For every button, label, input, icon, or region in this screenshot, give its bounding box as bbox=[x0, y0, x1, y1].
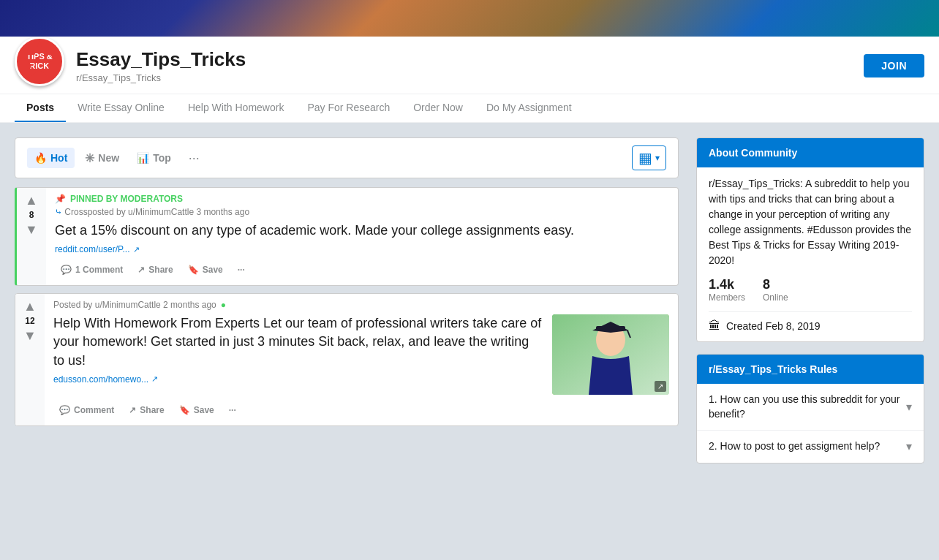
sort-bar: 🔥 Hot ✳ New 📊 Top ··· ▦ ▾ bbox=[15, 137, 679, 178]
sidebar: About Community r/Essay_Tips_Tricks: A s… bbox=[696, 137, 924, 475]
pinned-label: 📌 PINNED BY MODERATORS bbox=[55, 194, 669, 204]
comment-button[interactable]: 💬 1 Comment bbox=[55, 260, 129, 279]
rule-text-1: 1. How can you use this subreddit for yo… bbox=[709, 393, 906, 421]
about-community-card: About Community r/Essay_Tips_Tricks: A s… bbox=[696, 137, 924, 342]
sort-more-button[interactable]: ··· bbox=[184, 146, 204, 170]
about-community-header: About Community bbox=[697, 138, 924, 167]
post-link[interactable]: reddit.com/user/P... ↗ bbox=[55, 244, 669, 254]
share-icon: ↗ bbox=[137, 265, 145, 275]
main-content: 🔥 Hot ✳ New 📊 Top ··· ▦ ▾ ▲ 8 ▼ bbox=[0, 123, 939, 490]
banner bbox=[0, 0, 939, 37]
downvote-button-2[interactable]: ▼ bbox=[23, 329, 37, 342]
vote-column-2: ▲ 12 ▼ bbox=[15, 294, 45, 425]
share-icon-2: ↗ bbox=[129, 405, 136, 415]
tab-write-essay[interactable]: Write Essay Online bbox=[66, 94, 176, 122]
post-content-2: Posted by u/MinimumCattle 2 months ago ●… bbox=[45, 294, 678, 425]
vote-count-2: 12 bbox=[25, 316, 34, 326]
more-button-2[interactable]: ··· bbox=[223, 401, 242, 420]
downvote-button[interactable]: ▼ bbox=[25, 223, 38, 236]
comment-button-2[interactable]: 💬 Comment bbox=[53, 401, 120, 420]
sort-top-button[interactable]: 📊 Top bbox=[129, 148, 178, 168]
sort-new-button[interactable]: ✳ New bbox=[78, 147, 127, 170]
join-button[interactable]: JOIN bbox=[864, 54, 924, 77]
post-link-2[interactable]: edusson.com/homewo... ↗ bbox=[53, 374, 543, 385]
save-button[interactable]: 🔖 Save bbox=[182, 260, 229, 279]
verified-icon: ● bbox=[221, 300, 226, 310]
feed-area: 🔥 Hot ✳ New 📊 Top ··· ▦ ▾ ▲ 8 ▼ bbox=[15, 137, 679, 475]
post-actions-2: 💬 Comment ↗ Share 🔖 Save ··· bbox=[53, 401, 669, 420]
community-title: Essay_Tips_Tricks bbox=[76, 48, 852, 71]
post-poster: Posted by u/MinimumCattle 2 months ago ● bbox=[53, 300, 669, 310]
chevron-down-icon-2: ▾ bbox=[906, 439, 912, 453]
grid-icon: ▦ bbox=[638, 149, 652, 167]
members-stat: 1.4k Members bbox=[709, 277, 745, 303]
post-card-2: ▲ 12 ▼ Posted by u/MinimumCattle 2 month… bbox=[15, 293, 679, 426]
crosspost-icon: ⤷ bbox=[55, 207, 62, 217]
tab-help-homework[interactable]: Help With Homework bbox=[176, 94, 295, 122]
post-content: 📌 PINNED BY MODERATORS ⤷ Crossposted by … bbox=[46, 188, 678, 285]
online-label: Online bbox=[763, 292, 788, 303]
online-count: 8 bbox=[763, 277, 788, 292]
header: TIPS & TRICKS Essay_Tips_Tricks r/Essay_… bbox=[0, 37, 939, 94]
post-card-pinned: ▲ 8 ▼ 📌 PINNED BY MODERATORS ⤷ Crosspost… bbox=[15, 187, 679, 286]
chevron-down-icon: ▾ bbox=[655, 153, 660, 163]
comment-icon: 💬 bbox=[61, 265, 72, 275]
vote-column: ▲ 8 ▼ bbox=[17, 188, 46, 285]
online-stat: 8 Online bbox=[763, 277, 788, 303]
view-toggle-button[interactable]: ▦ ▾ bbox=[632, 145, 666, 170]
external-link-icon: ↗ bbox=[133, 245, 140, 254]
rules-body: 1. How can you use this subreddit for yo… bbox=[697, 384, 924, 463]
members-label: Members bbox=[709, 292, 745, 303]
subreddit-name: r/Essay_Tips_Tricks bbox=[76, 72, 852, 83]
comment-icon-2: 💬 bbox=[59, 405, 70, 415]
header-info: Essay_Tips_Tricks r/Essay_Tips_Tricks bbox=[76, 48, 852, 89]
rule-item-2[interactable]: 2. How to post to get assigment help? ▾ bbox=[697, 431, 924, 463]
rules-card: r/Essay_Tips_Tricks Rules 1. How can you… bbox=[696, 354, 924, 463]
upvote-button-2[interactable]: ▲ bbox=[23, 300, 37, 313]
chart-icon: 📊 bbox=[137, 152, 149, 164]
rules-header: r/Essay_Tips_Tricks Rules bbox=[697, 355, 924, 384]
thumb-overlay-icon: ↗ bbox=[655, 381, 666, 392]
tab-posts[interactable]: Posts bbox=[15, 94, 66, 122]
created-row: 🏛 Created Feb 8, 2019 bbox=[709, 319, 912, 333]
cake-icon: 🏛 bbox=[709, 319, 720, 333]
post-thumbnail[interactable]: ↗ bbox=[552, 314, 669, 395]
logo-badge: TIPS & TRICKS bbox=[15, 37, 64, 86]
upvote-button[interactable]: ▲ bbox=[25, 194, 38, 207]
more-button[interactable]: ··· bbox=[232, 260, 251, 279]
rule-text-2: 2. How to post to get assigment help? bbox=[709, 439, 880, 454]
save-icon-2: 🔖 bbox=[179, 405, 190, 415]
flame-icon: 🔥 bbox=[34, 152, 47, 164]
save-icon: 🔖 bbox=[188, 265, 199, 275]
about-community-body: r/Essay_Tips_Tricks: A subreddit to help… bbox=[697, 167, 924, 341]
tab-do-assignment[interactable]: Do My Assignment bbox=[475, 94, 584, 122]
save-button-2[interactable]: 🔖 Save bbox=[173, 401, 220, 420]
asterisk-icon: ✳ bbox=[85, 151, 94, 165]
share-button[interactable]: ↗ Share bbox=[132, 260, 178, 279]
tab-pay-research[interactable]: Pay For Research bbox=[295, 94, 401, 122]
pin-icon: 📌 bbox=[55, 194, 66, 204]
post-with-thumbnail: Help With Homework From Experts Let our … bbox=[53, 314, 669, 395]
members-count: 1.4k bbox=[709, 277, 745, 292]
post-crosspost: ⤷ Crossposted by u/MinimumCattle 3 month… bbox=[55, 207, 669, 217]
post-title-2[interactable]: Help With Homework From Experts Let our … bbox=[53, 314, 543, 370]
star-icon: TIPS & TRICKS bbox=[18, 39, 61, 83]
nav-tabs: Posts Write Essay Online Help With Homew… bbox=[0, 94, 939, 123]
post-title[interactable]: Get a 15% discount on any type of academ… bbox=[55, 222, 669, 240]
chevron-down-icon-1: ▾ bbox=[906, 400, 912, 414]
tab-order-now[interactable]: Order Now bbox=[401, 94, 475, 122]
sort-hot-button[interactable]: 🔥 Hot bbox=[27, 148, 75, 168]
external-link-icon-2: ↗ bbox=[151, 374, 158, 384]
vote-count: 8 bbox=[29, 210, 34, 220]
post-actions: 💬 1 Comment ↗ Share 🔖 Save ··· bbox=[55, 260, 669, 279]
about-description: r/Essay_Tips_Tricks: A subreddit to help… bbox=[709, 176, 912, 268]
share-button-2[interactable]: ↗ Share bbox=[123, 401, 170, 420]
rule-item-1[interactable]: 1. How can you use this subreddit for yo… bbox=[697, 384, 924, 431]
created-label: Created Feb 8, 2019 bbox=[726, 320, 820, 332]
stats-row: 1.4k Members 8 Online bbox=[709, 277, 912, 303]
